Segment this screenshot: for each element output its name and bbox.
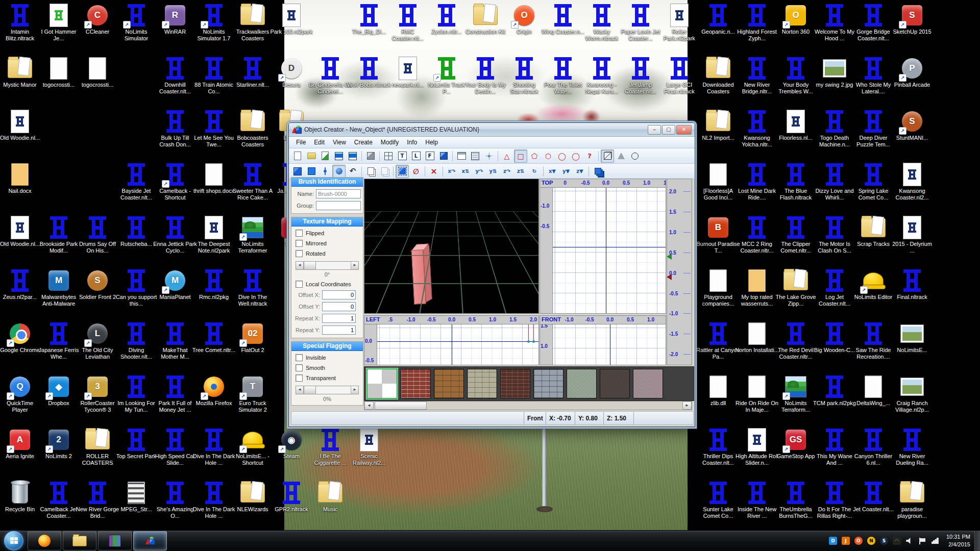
desktop-icon-scrap-tracks[interactable]: Scrap Tracks [854,215,893,247]
desktop-icon-pour-the-toilet-wate[interactable]: Pour The Toilet Wate... [544,56,582,95]
slider-left-arrow-icon[interactable]: ◄ [296,262,304,269]
grid-snap[interactable] [469,149,482,163]
desktop-icon-park-100-nl2park[interactable]: Park 100.nl2park [272,3,311,35]
desktop-icon-malwarebytes-anti-malware[interactable]: MMalwarebytes Anti-Malware [39,268,78,307]
desktop-icon-soldier-front-2[interactable]: SSoldier Front 2 [78,268,117,300]
desktop-icon-camelback-jet-coaster[interactable]: Camelback Jet Coaster... [39,481,78,519]
window-titlebar[interactable]: Object Creator - New_Object* {UNREGISTER… [289,123,695,137]
save-as[interactable] [346,149,359,163]
texture-pink-stone[interactable] [633,369,663,398]
texture-stone-brick[interactable] [467,369,497,398]
steam-tray-icon[interactable]: S [880,537,888,545]
menu-edit[interactable]: Edit [310,138,329,147]
scrollbar-thumb[interactable] [375,402,427,410]
volume-tray-icon[interactable] [905,537,914,545]
desktop-icon-spring-lake-comet-co[interactable]: Spring Lake Comet Co... [854,162,893,201]
desktop-icon-old-woodie-nl[interactable]: Old Woodie.nl... [1,109,39,141]
desktop-icon-deep-diver-puzzle-tem[interactable]: Deep Diver Puzzle Tem... [854,109,893,148]
menu-help[interactable]: Help [421,138,442,147]
mirror-z[interactable]: z▼ [573,165,586,178]
desktop-icon-aeria-ignite[interactable]: A↗Aeria Ignite [1,428,39,460]
import[interactable] [318,149,332,163]
desktop-icon-floorless-a-good-inci[interactable]: [Floorless]A Good Inci... [699,162,738,201]
desktop-icon-quicktime-player[interactable]: Q↗QuickTime Player [1,374,39,413]
desktop-icon-kwansong-yolcha-nltr[interactable]: Kwansong Yolcha.nltr... [738,109,776,148]
brush-box-3d[interactable] [411,243,436,306]
desktop-icon-big-wooden-c[interactable]: Big Wooden-C... [815,321,854,354]
desktop-icon-high-altitude-roll-slider-n[interactable]: High Altitude Roll Slider.n... [738,428,776,466]
desktop-icon-stuntmani[interactable]: S↗StuntMANI... [893,109,932,141]
desktop-icon-craig-ranch-village-nl2p[interactable]: Craig Ranch Village.nl2p... [893,374,932,413]
desktop-icon-theumbrella-burnstheg[interactable]: TheUmbrella BurnsTheG... [776,481,815,519]
desktop-icon-flatout-2[interactable]: 02↗FlatOut 2 [233,321,272,354]
desktop-icon-pinball-arcade[interactable]: P↗Pinball Arcade [893,56,932,88]
delete[interactable]: × [427,165,440,178]
close-button[interactable]: ✕ [676,125,692,135]
norton-tray-icon[interactable]: N [867,537,875,545]
desktop-icon-nolimits-2[interactable]: 2↗NoLimits 2 [39,428,78,460]
desktop-icon-nlewizards[interactable]: NLEWizards [233,481,272,513]
brush-handle[interactable] [527,340,530,343]
polygon-brush[interactable]: ◯ [555,149,569,163]
desktop-icon-downhill-coaster-nlt[interactable]: Downhill Coaster.nlt... [156,56,194,95]
desktop-icon-roller-park-nl2park[interactable]: Roller Park.nl2park [660,3,699,42]
maximize-button[interactable]: ▢ [662,125,675,135]
slider-right-arrow-icon[interactable]: ► [351,386,358,394]
desktop-icon-mcc-2-ring-coaster-nltr[interactable]: MCC 2 Ring Coaster.nltr... [738,215,776,254]
desktop-icon-winrar[interactable]: R↗WinRAR [156,3,194,35]
custom-polygon[interactable]: ? [583,149,596,163]
desktop-icon-shooting-star-nltrack[interactable]: Shooting Star.nltrack [505,56,544,95]
nvidia-tray-icon[interactable]: ◠ [893,537,901,545]
top-view[interactable]: T [396,149,409,163]
slider-left-arrow-icon[interactable]: ◄ [296,386,304,394]
network-tray-icon[interactable] [931,537,939,545]
repeat-x-input[interactable] [322,314,356,323]
open-file[interactable] [305,149,318,163]
desktop-icon-origin[interactable]: O↗Origin [505,3,544,35]
desktop-icon-2015-delyrium[interactable]: 2015 - Delyrium ... [893,215,932,254]
desktop-icon-togocrossti[interactable]: togocrossti... [78,56,117,88]
deselect[interactable]: ∅ [409,165,423,178]
texture-blank-checker[interactable] [366,368,398,399]
desktop-icon-can-you-support-this[interactable]: Can you support this... [117,268,156,307]
desktop-icon-nl2-import[interactable]: NL2 Import... [699,109,738,141]
desktop-icon-bayside-jet-coaster-nlt[interactable]: Bayside Jet Coaster.nlt... [117,162,156,201]
desktop-icon-thriller-dips-coaster-nlt[interactable]: Thriller Dips Coaster.nlt... [699,428,738,466]
desktop-icon-saw-the-ride-recreation[interactable]: Saw The Ride Recreation.... [854,321,893,360]
brush-name-input[interactable] [316,189,361,198]
paste[interactable] [378,165,391,178]
display-sphere[interactable] [628,149,642,163]
desktop-icon-trackwalkers-coasters[interactable]: Trackwalkers Coasters [233,3,272,42]
desktop-icon-dropbox[interactable]: ◆↗Dropbox [39,374,78,407]
texture-flipped-checkbox[interactable] [296,230,303,237]
display-cone[interactable] [615,149,628,163]
desktop-icon-your-body-is-my-destin[interactable]: Your Body Is My Destin... [466,56,505,95]
save[interactable] [332,149,346,163]
flag-transparent-checkbox[interactable] [296,374,303,382]
desktop-icon-nolimitse-shortcut[interactable]: ↗NoLimitsE... - Shortcut [233,428,272,466]
desktop-icon-deltawing[interactable]: DeltaWing_... [854,374,893,407]
rectangle-brush[interactable]: □ [514,149,527,163]
desktop-icon-kwansong-coaster-nl2[interactable]: Kwansong Coaster.nl2... [893,162,932,201]
scroll-left-arrow-icon[interactable]: ◄ [364,402,374,410]
taskbar-explorer[interactable] [63,531,96,550]
desktop-icon-new-river-gorge-brid[interactable]: New River Gorge Brid... [78,481,117,519]
flip-y[interactable]: y⇅ [486,165,500,178]
perspective-viewport[interactable] [364,179,539,314]
minimize-button[interactable]: – [648,125,661,135]
flip-z[interactable]: z⇅ [514,165,527,178]
desktop-icon-go-cinderella-go-cinderel[interactable]: Go Cinderella Go Cinderel... [311,56,350,95]
start-button[interactable] [4,531,23,550]
desktop-icon-camelback-shortcut[interactable]: ↗Camelback - Shortcut [156,162,194,201]
menu-view[interactable]: View [329,138,350,147]
desktop-icon-nolimits-track-p[interactable]: ↗NoLimits Track P... [427,56,466,95]
desktop-icon-gamestop-app[interactable]: GS↗GameStop App [776,428,815,460]
desktop-icon-the-motor-is-clash-on-s[interactable]: The Motor Is Clash On S... [815,215,854,254]
menu-create[interactable]: Create [350,138,377,147]
rotate-y[interactable]: y↷ [473,165,486,178]
desktop-icon-gpr2-nltrack[interactable]: GPR2.nltrack [272,481,311,513]
desktop-icon-ride-on-ride-on-in-maje[interactable]: Ride On Ride On In Maje... [738,374,776,413]
taskbar-object-creator[interactable] [133,531,167,550]
texture-window[interactable] [455,149,468,163]
local-coordinates-checkbox[interactable] [296,281,303,288]
